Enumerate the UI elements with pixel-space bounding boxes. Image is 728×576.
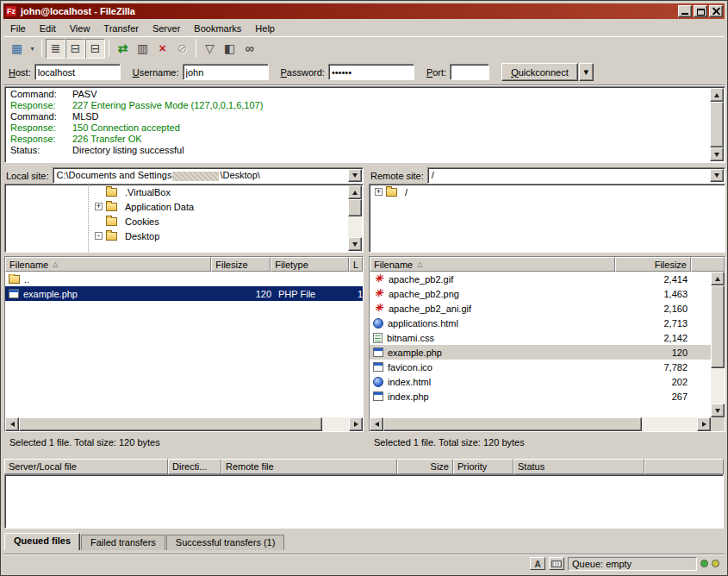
menu-help[interactable]: Help (248, 22, 282, 35)
close-button[interactable] (709, 5, 723, 17)
local-tree-scrollbar[interactable] (348, 185, 362, 251)
scroll-up-icon[interactable] (710, 88, 724, 102)
scroll-right-icon[interactable] (697, 417, 711, 431)
tab-failed-transfers[interactable]: Failed transfers (81, 535, 165, 550)
quickconnect-dropdown-icon[interactable]: ▾ (579, 63, 594, 81)
port-input[interactable] (450, 64, 489, 80)
scroll-up-icon[interactable] (711, 272, 725, 285)
scroll-thumb[interactable] (710, 102, 724, 147)
file-row[interactable]: favicon.ico 7,782 (370, 360, 711, 374)
expander-icon[interactable]: + (95, 203, 103, 210)
quickconnect-bar: Host: Username: Password: Port: Quickcon… (3, 59, 725, 85)
tree-item[interactable]: + / (370, 185, 725, 199)
menu-transfer[interactable]: Transfer (96, 22, 146, 35)
scroll-thumb[interactable] (348, 199, 362, 216)
file-row[interactable]: .. (5, 272, 363, 286)
column-remote-file[interactable]: Remote file (221, 459, 397, 474)
scroll-thumb[interactable] (19, 417, 322, 431)
expander-icon[interactable]: + (375, 188, 383, 196)
cancel-operation-icon: ⊘ (172, 39, 192, 59)
toolbar-separator (109, 40, 109, 57)
transfer-queue-list[interactable] (4, 474, 724, 529)
scroll-down-icon[interactable] (348, 237, 362, 251)
tab-successful-transfers[interactable]: Successful transfers (1) (166, 535, 285, 550)
scroll-left-icon[interactable] (370, 417, 383, 431)
log-line: Command:PASV (7, 89, 709, 100)
tree-item[interactable]: .VirtualBox (5, 185, 363, 199)
refresh-icon[interactable]: ⇄ (113, 39, 133, 59)
file-row[interactable]: apache_pb2_ani.gif 2,160 (370, 301, 711, 316)
menu-bookmarks[interactable]: Bookmarks (187, 22, 248, 35)
quickconnect-button[interactable]: Quickconnect (501, 63, 578, 81)
queue-header: Server/Local file Directi... Remote file… (4, 459, 724, 474)
toggle-local-tree-icon[interactable]: ⊟ (65, 39, 85, 59)
column-priority[interactable]: Priority (453, 459, 513, 474)
scroll-down-icon[interactable] (710, 147, 724, 161)
scroll-up-icon[interactable] (348, 185, 362, 199)
menu-view[interactable]: View (63, 22, 97, 35)
username-input[interactable] (183, 64, 269, 80)
combobox-dropdown-icon[interactable] (348, 169, 362, 182)
tab-queued-files[interactable]: Queued files (4, 533, 80, 550)
file-row[interactable]: apache_pb2.png 1,463 (370, 286, 711, 301)
menu-server[interactable]: Server (146, 22, 187, 35)
file-row[interactable]: index.html 202 (370, 374, 711, 389)
local-list-hscrollbar[interactable] (5, 417, 363, 431)
toolbar-separator (196, 40, 196, 57)
local-path-combobox[interactable]: C:\Documents and Settings\Desktop\ (53, 167, 364, 184)
host-label: Host: (9, 67, 31, 78)
toggle-remote-tree-icon[interactable]: ⊟ (85, 39, 105, 59)
password-input[interactable] (328, 64, 414, 80)
maximize-button[interactable] (694, 5, 707, 17)
column-last-modified[interactable]: L (349, 257, 363, 272)
combobox-dropdown-icon[interactable] (710, 169, 724, 182)
log-scrollbar[interactable] (710, 88, 724, 161)
menu-file[interactable]: File (3, 22, 33, 35)
toggle-message-log-icon[interactable]: ≣ (46, 39, 65, 59)
find-files-icon[interactable]: ∞ (240, 39, 259, 59)
column-filetype[interactable]: Filetype (271, 257, 349, 272)
remote-list-hscrollbar[interactable] (370, 417, 711, 431)
file-row-selected[interactable]: example.php 120 (370, 345, 711, 360)
tree-item[interactable]: - Desktop (5, 229, 363, 243)
tree-item[interactable]: + Application Data (5, 199, 363, 214)
tree-item[interactable]: Cookies (5, 214, 363, 229)
menu-edit[interactable]: Edit (33, 22, 63, 35)
minimize-button[interactable] (678, 5, 692, 17)
file-row[interactable]: index.php 267 (370, 389, 711, 404)
username-label: Username: (133, 67, 179, 78)
site-manager-icon[interactable]: ▦ (7, 39, 27, 59)
file-row[interactable]: applications.html 2,713 (370, 316, 711, 330)
expander-icon[interactable] (95, 217, 103, 225)
html-file-icon (373, 377, 383, 387)
remote-path-combobox[interactable]: / (427, 167, 725, 184)
column-direction[interactable]: Directi... (168, 459, 221, 474)
scroll-right-icon[interactable] (349, 417, 363, 431)
scroll-thumb[interactable] (383, 417, 642, 431)
expander-icon[interactable]: - (95, 232, 103, 240)
expander-icon[interactable] (95, 188, 103, 196)
toggle-transfer-queue-icon[interactable]: ▥ (133, 39, 152, 59)
file-row[interactable]: apache_pb2.gif 2,414 (370, 272, 711, 286)
local-list-header: Filename△ Filesize Filetype L (5, 257, 363, 272)
remote-list-vscrollbar[interactable] (711, 272, 725, 417)
queue-status: Queue: empty (568, 557, 697, 571)
filename-filters-icon[interactable]: ▽ (200, 39, 220, 59)
disconnect-icon[interactable]: × (152, 39, 172, 59)
column-size[interactable]: Size (397, 459, 453, 474)
column-status[interactable]: Status (513, 459, 644, 474)
scroll-thumb[interactable] (711, 285, 725, 368)
activity-led-green-icon (700, 560, 708, 567)
file-row[interactable]: bitnami.css 2,142 (370, 330, 711, 345)
directory-comparison-icon[interactable]: ◧ (220, 39, 240, 59)
column-server-local-file[interactable]: Server/Local file (4, 459, 168, 474)
file-row-selected[interactable]: example.php 120 PHP File 1 (5, 286, 363, 301)
host-input[interactable] (34, 64, 121, 80)
site-manager-dropdown-icon[interactable]: ▾ (27, 39, 38, 59)
scroll-down-icon[interactable] (711, 404, 725, 417)
column-filename[interactable]: Filename△ (370, 257, 615, 272)
column-filesize[interactable]: Filesize (211, 257, 271, 272)
scroll-left-icon[interactable] (5, 417, 19, 431)
column-filename[interactable]: Filename△ (5, 257, 211, 272)
column-filesize[interactable]: Filesize (615, 257, 691, 272)
